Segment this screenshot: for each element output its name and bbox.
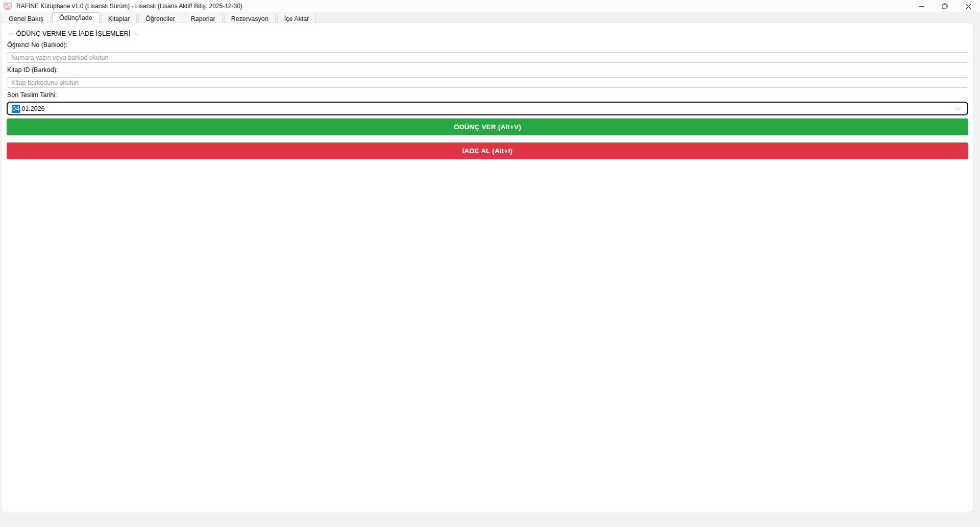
chevron-down-icon[interactable] [954, 106, 961, 111]
window-title: RAFİNE Kütüphane v1.0 (Lisanslı Sürüm) -… [16, 3, 242, 10]
tab-kitaplar[interactable]: Kitaplar [101, 14, 137, 23]
app-monitor-icon [4, 3, 12, 10]
titlebar: RAFİNE Kütüphane v1.0 (Lisanslı Sürüm) -… [0, 0, 980, 12]
tab-ogrenciler[interactable]: Öğrenciler [138, 14, 182, 23]
due-date-label: Son Teslim Tarihi: [7, 91, 57, 99]
minimize-button[interactable] [910, 0, 933, 12]
minimize-icon [919, 4, 924, 9]
lend-button[interactable]: ÖDÜNÇ VER (Alt+V) [7, 118, 968, 135]
return-button[interactable]: İADE AL (Alt+I) [7, 142, 968, 159]
student-no-label: Öğrenci No (Barkod): [7, 41, 67, 49]
restore-icon [942, 3, 948, 9]
window-controls [910, 0, 980, 12]
section-title: --- ÖDÜNÇ VERME VE İADE İŞLEMLERİ --- [8, 30, 139, 37]
tab-genel-bakis[interactable]: Genel Bakış [2, 14, 51, 23]
tab-odunc-iade[interactable]: Ödünç/İade [52, 12, 100, 23]
due-date-input[interactable]: 04.01.2026 [7, 102, 968, 115]
tab-ice-aktar[interactable]: İçe Aktar [277, 14, 316, 23]
tab-bar: Genel Bakış Ödünç/İade Kitaplar Öğrencil… [2, 12, 316, 23]
restore-button[interactable] [933, 0, 957, 12]
close-button[interactable] [957, 0, 980, 12]
close-icon [966, 4, 971, 9]
tab-rezervasyon[interactable]: Rezervasyon [224, 14, 276, 23]
due-date-selected-text: 04 [12, 105, 20, 113]
due-date-rest-text: .01.2026 [20, 105, 45, 112]
student-no-input[interactable] [7, 52, 968, 63]
tab-raporlar[interactable]: Raporlar [184, 14, 223, 23]
book-id-label: Kitap ID (Barkod): [7, 66, 58, 74]
loan-return-panel: --- ÖDÜNÇ VERME VE İADE İŞLEMLERİ --- Öğ… [2, 23, 973, 512]
book-id-input[interactable] [7, 77, 968, 88]
